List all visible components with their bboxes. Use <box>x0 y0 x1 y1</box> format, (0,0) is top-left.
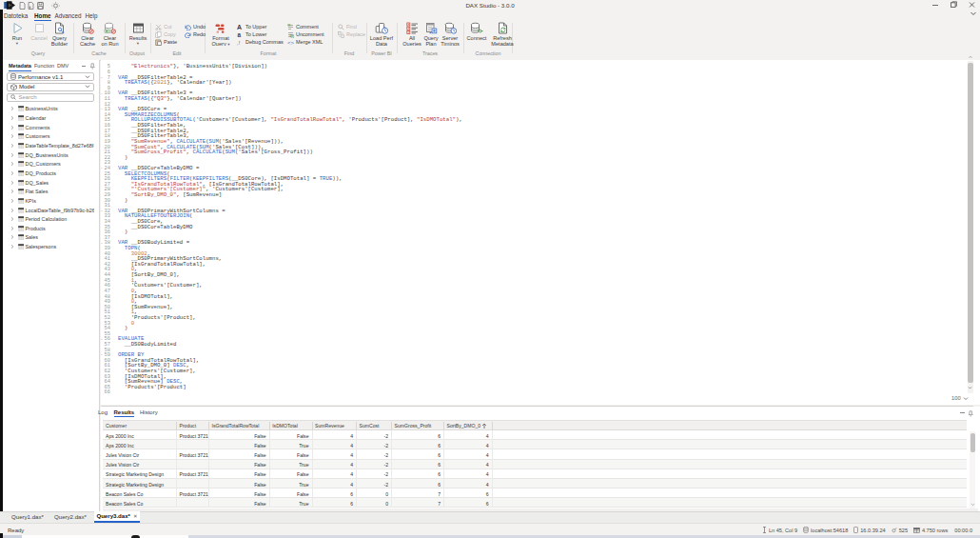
svg-text:,!: ,! <box>237 39 241 45</box>
svg-text:%: % <box>290 32 295 38</box>
svg-text:<>: <> <box>287 39 294 45</box>
svg-text:a: a <box>238 31 242 38</box>
svg-text:A: A <box>237 24 242 30</box>
